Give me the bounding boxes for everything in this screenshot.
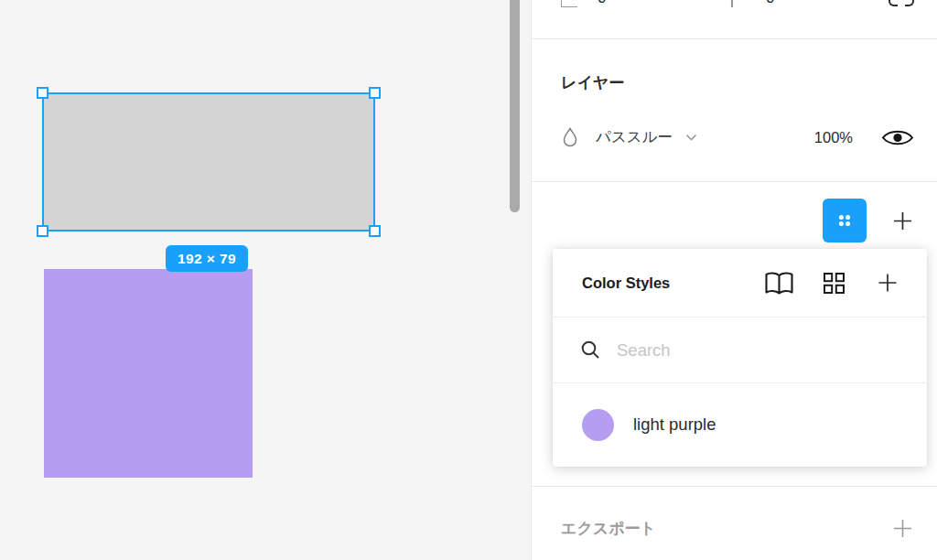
export-section-title: エクスポート bbox=[561, 518, 656, 539]
section-divider bbox=[532, 486, 937, 487]
selected-rectangle[interactable] bbox=[42, 92, 375, 232]
independent-corners-icon[interactable] bbox=[889, 0, 914, 6]
resize-handle-bottom-right[interactable] bbox=[369, 225, 381, 237]
blend-mode-row[interactable]: パススルー 100% bbox=[532, 115, 937, 159]
panel-scrollbar[interactable] bbox=[510, 0, 520, 212]
search-icon bbox=[580, 339, 601, 361]
figma-window: 192 × 79 0 0 レイヤー パススルー 100% bbox=[0, 0, 937, 560]
rotation-icon bbox=[561, 0, 577, 7]
add-export-icon[interactable] bbox=[891, 517, 914, 540]
visibility-eye-icon[interactable] bbox=[881, 127, 914, 148]
grid-view-icon[interactable] bbox=[823, 272, 845, 295]
transform-row: 0 0 bbox=[532, 0, 937, 38]
corner-radius-input[interactable]: 0 bbox=[766, 0, 774, 7]
add-fill-icon[interactable] bbox=[891, 210, 914, 232]
rotation-input[interactable]: 0 bbox=[598, 0, 606, 7]
canvas[interactable]: 192 × 79 bbox=[0, 0, 531, 560]
section-divider bbox=[532, 38, 937, 39]
dimensions-badge: 192 × 79 bbox=[166, 245, 248, 272]
layer-section-title: レイヤー bbox=[561, 72, 624, 93]
purple-square-shape[interactable] bbox=[44, 269, 253, 478]
library-book-icon[interactable] bbox=[764, 271, 794, 296]
blend-mode-value[interactable]: パススルー bbox=[596, 127, 673, 147]
color-style-item[interactable]: light purple bbox=[553, 383, 927, 466]
style-search-input[interactable] bbox=[617, 340, 905, 361]
color-style-name: light purple bbox=[633, 415, 716, 435]
blend-mode-droplet-icon bbox=[561, 126, 579, 148]
fill-styles-button[interactable] bbox=[823, 199, 867, 242]
color-swatch[interactable] bbox=[582, 409, 614, 441]
color-styles-header: Color Styles bbox=[553, 249, 927, 318]
opacity-input[interactable]: 100% bbox=[814, 129, 853, 146]
properties-panel: 0 0 レイヤー パススルー 100% 塗り bbox=[531, 0, 937, 560]
add-color-style-icon[interactable] bbox=[876, 271, 899, 295]
resize-handle-top-right[interactable] bbox=[369, 87, 381, 99]
color-styles-popup: Color Styles light purple bbox=[553, 249, 927, 467]
style-search-row bbox=[553, 318, 927, 383]
resize-handle-top-left[interactable] bbox=[37, 87, 48, 99]
resize-handle-bottom-left[interactable] bbox=[37, 225, 48, 237]
color-styles-title: Color Styles bbox=[582, 275, 670, 292]
export-section-row: エクスポート bbox=[532, 496, 937, 560]
chevron-down-icon bbox=[685, 134, 697, 142]
corner-radius-icon bbox=[731, 0, 733, 7]
